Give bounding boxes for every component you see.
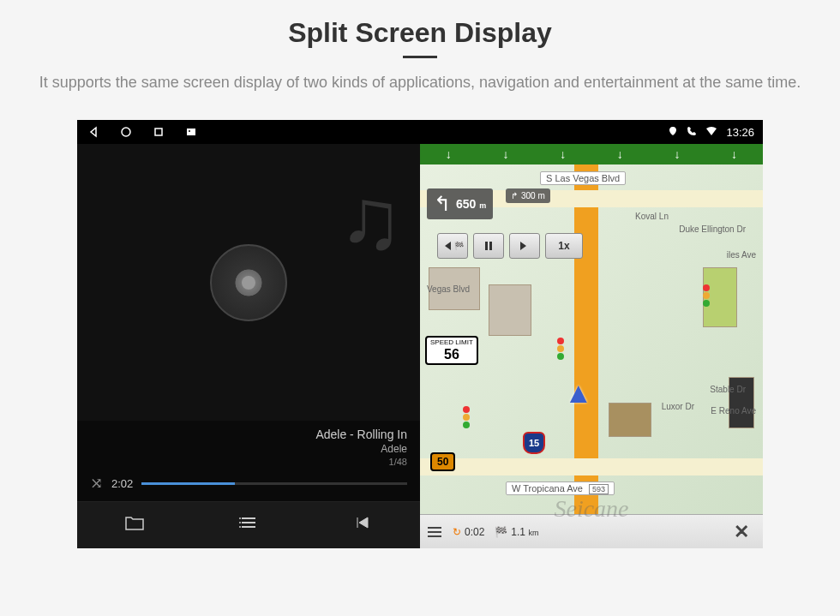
svg-rect-2 [187,129,195,135]
lane-arrow-icon: ↓ [731,147,737,161]
sim-pause-button[interactable] [473,233,504,259]
poi-label: Duke Ellington Dr [679,224,746,234]
street-label: S Las Vegas Blvd [540,171,626,185]
lane-arrow-icon: ↓ [560,147,566,161]
poi-label: Luxor Dr [662,402,694,411]
traffic-light-icon [557,338,566,360]
clock-time: 13:26 [726,126,754,139]
map-building [489,284,531,336]
next-turn-instruction: ↱ 300 m [506,188,550,203]
nav-lane-guidance: ↓ ↓ ↓ ↓ ↓ ↓ [420,144,763,164]
nav-menu-button[interactable] [427,526,442,538]
traffic-light-icon [463,406,471,428]
svg-point-0 [122,128,130,136]
android-statusbar: 13:26 [77,120,763,144]
navigation-pane: ↓ ↓ ↓ ↓ ↓ ↓ S Las Vegas Blvd W Tropicana… [420,144,763,548]
poi-label: Koval Ln [635,212,669,221]
music-bottom-controls [77,501,420,548]
nav-distance: 🏁 1.1 km [495,526,538,538]
traffic-light-icon [703,284,711,307]
svg-rect-11 [489,242,492,250]
track-artist: Adele [90,443,407,455]
wifi-icon [705,126,717,139]
svg-point-9 [239,526,241,528]
music-note-icon: ♫ [339,170,403,268]
turn-left-icon: ↰ [434,192,451,216]
dest-flag-icon: 🏁 [495,526,507,538]
back-icon[interactable] [86,124,101,140]
lane-arrow-icon: ↓ [617,147,623,161]
map-road [420,458,763,475]
track-count: 1/48 [90,457,407,467]
street-label: W Tropicana Ave 593 [506,481,615,495]
turn-right-icon: ↱ [511,191,518,200]
map-canvas[interactable]: S Las Vegas Blvd W Tropicana Ave 593 Kov… [420,164,763,514]
page-subtitle: It supports the same screen display of t… [34,71,806,94]
elapsed-time: 2:02 [111,477,133,490]
refresh-icon: ↻ [453,526,461,538]
sim-prev-button[interactable]: 🏁 [437,233,468,259]
page-title: Split Screen Display [34,17,806,49]
nav-bottom-bar: ↻ 0:02 🏁 1.1 km ✕ [420,514,763,548]
music-player-pane: ♫ Adele - Rolling In Adele 1/48 ⤨ 2:02 [77,144,420,548]
previous-icon[interactable] [352,514,373,536]
sim-playback-controls: 🏁 1x [437,233,583,259]
route-shield: 50 [430,452,455,471]
svg-point-8 [239,522,241,523]
image-icon[interactable] [183,124,199,140]
nav-close-button[interactable]: ✕ [727,521,756,543]
speed-limit-sign: SPEED LIMIT 56 [425,336,478,365]
recents-icon[interactable] [151,124,166,140]
location-icon [668,126,678,139]
playlist-icon[interactable] [238,514,259,536]
lane-arrow-icon: ↓ [502,147,508,161]
svg-point-7 [239,517,241,519]
map-building [609,403,651,437]
poi-label: iles Ave [727,250,756,260]
lane-arrow-icon: ↓ [446,147,452,161]
folder-icon[interactable] [124,514,145,536]
svg-rect-10 [485,242,488,250]
progress-fill [141,482,234,485]
sim-speed-button[interactable]: 1x [545,233,583,259]
interstate-shield: 15 [523,432,545,454]
record-disc[interactable] [210,244,287,321]
poi-label: Stable Dr [710,385,746,394]
poi-label: E Reno Ave [711,406,756,416]
home-icon[interactable] [118,124,134,140]
vehicle-cursor-icon: ▲ [564,376,593,410]
nav-eta: ↻ 0:02 [453,526,484,538]
device-screen: 13:26 ♫ Adele - Rolling In Adele 1/48 ⤨ … [77,120,763,548]
album-art-area: ♫ [77,144,420,421]
progress-bar[interactable] [141,482,407,485]
svg-rect-1 [155,129,162,135]
sim-next-button[interactable] [509,233,540,259]
track-title: Adele - Rolling In [90,428,407,441]
phone-icon [687,126,697,139]
shuffle-icon[interactable]: ⤨ [90,474,103,493]
lane-arrow-icon: ↓ [674,147,680,161]
title-underline [403,56,437,58]
poi-label: Vegas Blvd [427,284,470,294]
turn-instruction: ↰ 650 m [427,188,493,219]
svg-point-3 [189,130,190,132]
